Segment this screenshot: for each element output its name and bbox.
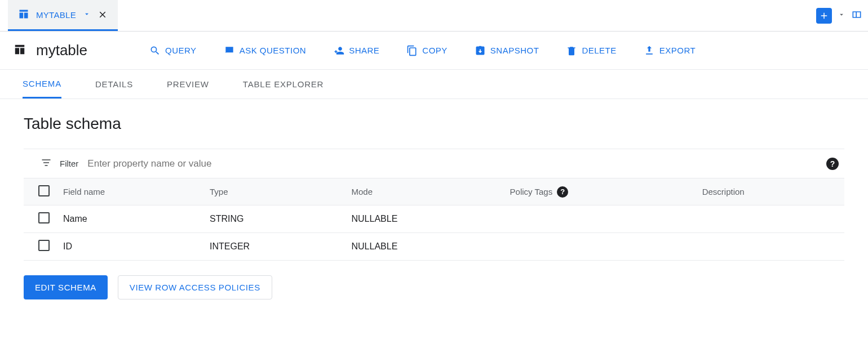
section-heading: Table schema bbox=[24, 115, 844, 133]
export-label: EXPORT bbox=[659, 46, 696, 55]
add-tab-button[interactable] bbox=[816, 8, 832, 24]
snapshot-button[interactable]: SNAPSHOT bbox=[475, 45, 539, 56]
tab-table-explorer[interactable]: TABLE EXPLORER bbox=[243, 70, 324, 99]
tabbar-right-controls bbox=[816, 0, 868, 31]
ask-question-button[interactable]: ASK QUESTION bbox=[224, 45, 307, 56]
col-mode: Mode bbox=[346, 178, 504, 205]
cell-description bbox=[697, 205, 844, 233]
export-button[interactable]: EXPORT bbox=[644, 45, 696, 56]
help-icon[interactable]: ? bbox=[826, 158, 839, 170]
edit-schema-button[interactable]: EDIT SCHEMA bbox=[24, 275, 108, 299]
share-button[interactable]: SHARE bbox=[333, 45, 379, 56]
table-header-row: Field name Type Mode Policy Tags ? Descr… bbox=[24, 178, 844, 205]
table-row: Name STRING NULLABLE bbox=[24, 205, 844, 233]
schema-table: Field name Type Mode Policy Tags ? Descr… bbox=[24, 178, 844, 261]
filter-label: Filter bbox=[60, 159, 78, 168]
help-icon[interactable]: ? bbox=[557, 186, 568, 198]
filter-input[interactable] bbox=[86, 158, 818, 170]
schema-button-row: EDIT SCHEMA VIEW ROW ACCESS POLICIES bbox=[24, 275, 844, 299]
share-label: SHARE bbox=[349, 46, 379, 55]
col-field-name: Field name bbox=[57, 178, 204, 205]
table-icon bbox=[14, 43, 26, 57]
col-policy-label: Policy Tags bbox=[510, 187, 553, 196]
document-tab-label: MYTABLE bbox=[36, 10, 76, 20]
document-tab-bar: MYTABLE bbox=[0, 0, 868, 32]
ask-question-label: ASK QUESTION bbox=[240, 46, 307, 55]
tab-schema[interactable]: SCHEMA bbox=[23, 70, 61, 99]
cell-mode: NULLABLE bbox=[346, 233, 504, 261]
table-row: ID INTEGER NULLABLE bbox=[24, 233, 844, 261]
cell-type: INTEGER bbox=[204, 233, 346, 261]
filter-row: Filter ? bbox=[24, 149, 844, 178]
cell-description bbox=[697, 233, 844, 261]
cell-mode: NULLABLE bbox=[346, 205, 504, 233]
title-bar: mytable QUERY ASK QUESTION SHARE COPY SN… bbox=[0, 32, 868, 70]
tab-preview[interactable]: PREVIEW bbox=[167, 70, 209, 99]
select-all-checkbox[interactable] bbox=[38, 185, 50, 196]
chevron-down-icon[interactable] bbox=[83, 10, 91, 20]
document-tab-mytable[interactable]: MYTABLE bbox=[8, 0, 118, 31]
cell-field-name: ID bbox=[57, 233, 204, 261]
table-icon bbox=[18, 8, 29, 21]
col-description: Description bbox=[697, 178, 844, 205]
filter-icon bbox=[41, 157, 52, 170]
cell-field-name: Name bbox=[57, 205, 204, 233]
view-row-access-policies-button[interactable]: VIEW ROW ACCESS POLICIES bbox=[118, 275, 272, 299]
query-label: QUERY bbox=[165, 46, 197, 55]
copy-label: COPY bbox=[422, 46, 448, 55]
row-checkbox[interactable] bbox=[38, 212, 50, 223]
delete-label: DELETE bbox=[582, 46, 616, 55]
panel-icon[interactable] bbox=[851, 9, 862, 22]
snapshot-label: SNAPSHOT bbox=[490, 46, 539, 55]
close-icon[interactable] bbox=[98, 10, 108, 20]
tab-details[interactable]: DETAILS bbox=[95, 70, 133, 99]
delete-button[interactable]: DELETE bbox=[566, 45, 616, 56]
action-toolbar: QUERY ASK QUESTION SHARE COPY SNAPSHOT D… bbox=[149, 45, 696, 56]
copy-button[interactable]: COPY bbox=[406, 45, 448, 56]
cell-policy bbox=[504, 233, 697, 261]
section-tabs: SCHEMA DETAILS PREVIEW TABLE EXPLORER bbox=[0, 70, 868, 99]
cell-type: STRING bbox=[204, 205, 346, 233]
query-button[interactable]: QUERY bbox=[149, 45, 197, 56]
row-checkbox[interactable] bbox=[38, 240, 50, 251]
col-type: Type bbox=[204, 178, 346, 205]
schema-panel: Table schema Filter ? Field name Type Mo… bbox=[0, 99, 868, 315]
cell-policy bbox=[504, 205, 697, 233]
page-title: mytable bbox=[36, 42, 87, 59]
col-policy: Policy Tags ? bbox=[504, 178, 697, 205]
tab-menu-chevron-icon[interactable] bbox=[838, 11, 845, 20]
